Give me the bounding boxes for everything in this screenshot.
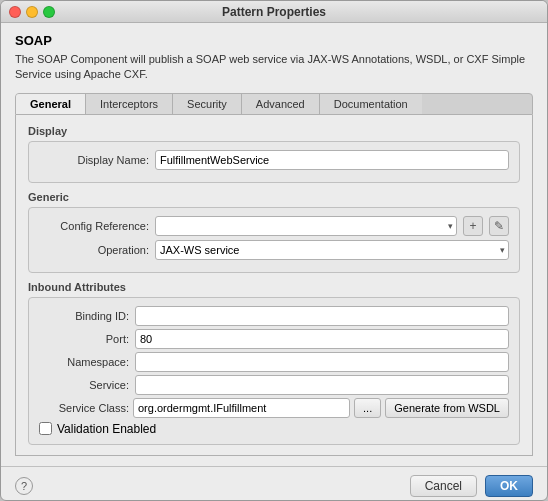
service-class-input[interactable] (133, 398, 350, 418)
binding-id-label: Binding ID: (39, 310, 129, 322)
inbound-section-box: Binding ID: Port: Namespace: (28, 297, 520, 445)
operation-label: Operation: (39, 244, 149, 256)
config-reference-row: Config Reference: ▾ + ✎ (39, 216, 509, 236)
config-reference-select-wrapper: ▾ (155, 216, 457, 236)
display-name-label: Display Name: (39, 154, 149, 166)
inbound-section-label: Inbound Attributes (28, 281, 520, 293)
dialog-window: Pattern Properties SOAP The SOAP Compone… (0, 0, 548, 501)
service-row: Service: (39, 375, 509, 395)
generate-from-wsdl-button[interactable]: Generate from WSDL (385, 398, 509, 418)
inbound-section: Inbound Attributes Binding ID: Port: Nam… (28, 281, 520, 445)
namespace-input[interactable] (135, 352, 509, 372)
browse-button[interactable]: ... (354, 398, 381, 418)
display-name-input[interactable] (155, 150, 509, 170)
display-section-box: Display Name: (28, 141, 520, 183)
service-class-label: Service Class: (39, 402, 129, 414)
validation-checkbox[interactable] (39, 422, 52, 435)
generic-section-box: Config Reference: ▾ + ✎ Operation: (28, 207, 520, 273)
tab-documentation[interactable]: Documentation (320, 94, 422, 114)
service-class-row: Service Class: ... Generate from WSDL (39, 398, 509, 418)
minimize-button[interactable] (26, 6, 38, 18)
help-button[interactable]: ? (15, 477, 33, 495)
service-input[interactable] (135, 375, 509, 395)
generic-section: Generic Config Reference: ▾ + ✎ (28, 191, 520, 273)
namespace-row: Namespace: (39, 352, 509, 372)
title-bar: Pattern Properties (1, 1, 547, 23)
generic-section-label: Generic (28, 191, 520, 203)
port-input[interactable] (135, 329, 509, 349)
tabs-bar: General Interceptors Security Advanced D… (15, 93, 533, 115)
validation-label: Validation Enabled (57, 422, 156, 436)
add-config-button[interactable]: + (463, 216, 483, 236)
service-label: Service: (39, 379, 129, 391)
validation-row: Validation Enabled (39, 422, 509, 436)
config-reference-label: Config Reference: (39, 220, 149, 232)
display-section: Display Display Name: (28, 125, 520, 183)
tab-content-general: Display Display Name: Generic Config Ref… (15, 115, 533, 456)
ok-button[interactable]: OK (485, 475, 533, 497)
operation-row: Operation: JAX-WS service ▾ (39, 240, 509, 260)
namespace-label: Namespace: (39, 356, 129, 368)
binding-id-input[interactable] (135, 306, 509, 326)
display-section-label: Display (28, 125, 520, 137)
soap-description: The SOAP Component will publish a SOAP w… (15, 52, 533, 83)
window-title: Pattern Properties (222, 5, 326, 19)
port-row: Port: (39, 329, 509, 349)
close-button[interactable] (9, 6, 21, 18)
binding-id-row: Binding ID: (39, 306, 509, 326)
config-reference-select[interactable] (155, 216, 457, 236)
operation-select-wrapper: JAX-WS service ▾ (155, 240, 509, 260)
display-name-row: Display Name: (39, 150, 509, 170)
dialog-footer: ? Cancel OK (1, 466, 547, 501)
tab-security[interactable]: Security (173, 94, 242, 114)
tab-interceptors[interactable]: Interceptors (86, 94, 173, 114)
operation-select[interactable]: JAX-WS service (155, 240, 509, 260)
traffic-lights (9, 6, 55, 18)
tab-advanced[interactable]: Advanced (242, 94, 320, 114)
edit-config-button[interactable]: ✎ (489, 216, 509, 236)
cancel-button[interactable]: Cancel (410, 475, 477, 497)
port-label: Port: (39, 333, 129, 345)
soap-heading: SOAP (15, 33, 533, 48)
tab-general[interactable]: General (16, 94, 86, 114)
dialog-content: SOAP The SOAP Component will publish a S… (1, 23, 547, 466)
maximize-button[interactable] (43, 6, 55, 18)
